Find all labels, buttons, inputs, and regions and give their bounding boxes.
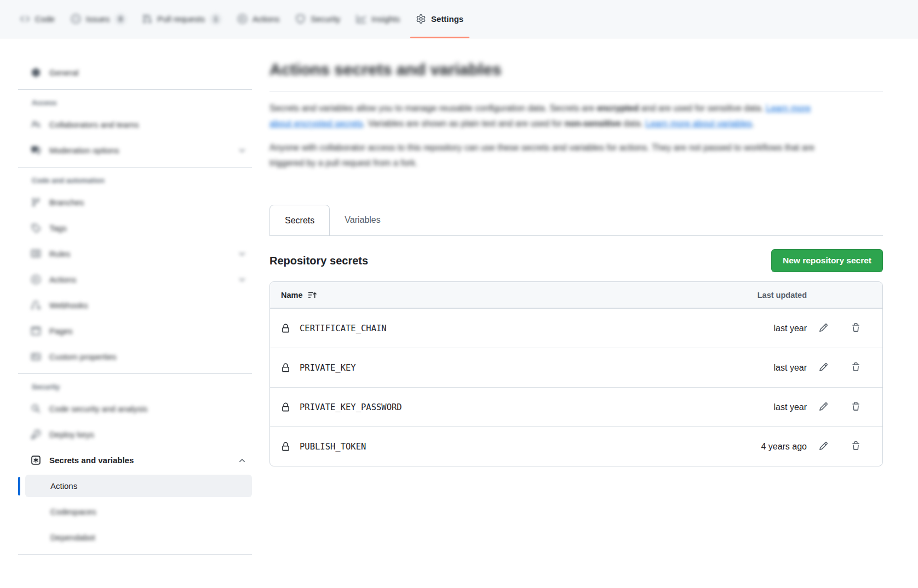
pencil-icon <box>819 323 828 334</box>
chevron-down-icon <box>238 250 246 258</box>
learn-more-variables-link[interactable]: Learn more about variables <box>645 119 752 128</box>
tab-variables[interactable]: Variables <box>330 205 395 235</box>
edit-secret-button[interactable] <box>814 398 833 417</box>
nav-tab-code[interactable]: Code <box>12 0 63 38</box>
sidebar-item-actions[interactable]: Actions <box>18 268 252 291</box>
secret-name-cell: PRIVATE_KEY_PASSWORD <box>281 402 725 412</box>
browser-icon <box>31 326 41 336</box>
play-circle-icon <box>238 14 247 24</box>
sidebar-divider <box>18 89 252 90</box>
nav-tab-issues[interactable]: Issues 8 <box>63 0 134 38</box>
sidebar-item-webhooks[interactable]: Webhooks <box>18 294 252 316</box>
sidebar-subitem-codespaces[interactable]: Codespaces <box>18 500 252 523</box>
sidebar-divider <box>18 167 252 168</box>
pencil-icon <box>819 402 828 413</box>
delete-secret-button[interactable] <box>846 398 865 417</box>
description-text: . <box>752 119 754 128</box>
secret-name: PRIVATE_KEY_PASSWORD <box>300 402 402 412</box>
section-header-row: Repository secrets New repository secret <box>269 249 883 272</box>
nav-tab-label: Issues <box>86 14 110 24</box>
sidebar-item-label: Custom properties <box>49 352 117 361</box>
sidebar-item-label: Moderation options <box>49 146 119 155</box>
lock-icon <box>281 442 290 452</box>
sidebar-divider <box>18 554 252 555</box>
sidebar-item-secrets-and-variables[interactable]: Secrets and variables <box>18 449 252 471</box>
description-text: Secrets and variables allow you to manag… <box>269 103 597 113</box>
key-icon <box>31 430 41 439</box>
nav-tab-label: Settings <box>431 14 463 24</box>
sidebar-item-label: Codespaces <box>50 507 96 516</box>
sidebar-item-rules[interactable]: Rules <box>18 243 252 265</box>
chevron-down-icon <box>238 275 246 284</box>
sidebar-divider <box>18 373 252 374</box>
edit-secret-button[interactable] <box>814 359 833 377</box>
issue-opened-icon <box>71 14 81 24</box>
gear-icon <box>416 14 426 24</box>
tab-secrets[interactable]: Secrets <box>269 205 330 235</box>
secret-last-updated: last year <box>725 363 807 373</box>
secrets-table: Name Last updated CERTIFICATE_CHAIN last… <box>269 281 883 466</box>
sidebar-item-branches[interactable]: Branches <box>18 191 252 214</box>
name-column-header[interactable]: Name <box>281 291 725 299</box>
secret-row: CERTIFICATE_CHAIN last year <box>270 308 882 348</box>
sidebar-item-label: Branches <box>49 198 84 207</box>
new-repository-secret-button[interactable]: New repository secret <box>771 249 883 272</box>
trash-icon <box>851 402 860 413</box>
sidebar-item-label: Code security and analysis <box>49 404 147 413</box>
nav-tab-label: Code <box>35 14 55 24</box>
edit-secret-button[interactable] <box>814 437 833 456</box>
nav-tab-insights[interactable]: Insights <box>348 0 408 38</box>
sidebar-subitem-actions[interactable]: Actions <box>25 475 252 497</box>
sidebar-item-tags[interactable]: Tags <box>18 217 252 239</box>
lock-icon <box>281 324 290 333</box>
repo-tab-bar: Code Issues 8 Pull requests 1 Actions Se… <box>0 0 918 38</box>
nav-tab-pull-requests[interactable]: Pull requests 1 <box>134 0 230 38</box>
nav-tab-security[interactable]: Security <box>288 0 348 38</box>
description-bold-non-sensitive: non-sensitive <box>565 119 621 128</box>
sidebar-item-deploy-keys[interactable]: Deploy keys <box>18 423 252 446</box>
sidebar-item-code-security[interactable]: Code security and analysis <box>18 397 252 420</box>
description-paragraph-2: Anyone with collaborator access to this … <box>269 140 823 170</box>
title-divider <box>269 91 883 91</box>
secret-name: PRIVATE_KEY <box>300 363 356 373</box>
delete-secret-button[interactable] <box>846 359 865 377</box>
chevron-up-icon <box>238 456 246 465</box>
settings-sidebar: General Access Collaborators and teams M… <box>0 38 269 561</box>
sidebar-item-moderation[interactable]: Moderation options <box>18 139 252 162</box>
secret-last-updated: 4 years ago <box>725 442 807 452</box>
secret-name: CERTIFICATE_CHAIN <box>300 324 387 333</box>
people-icon <box>31 120 41 129</box>
nav-tab-label: Security <box>311 14 340 24</box>
sidebar-item-pages[interactable]: Pages <box>18 320 252 342</box>
sidebar-item-general[interactable]: General <box>18 61 252 84</box>
description-bold-encrypted: encrypted <box>597 103 639 113</box>
nav-tab-label: Insights <box>371 14 400 24</box>
sidebar-item-label: General <box>49 68 78 77</box>
secret-name-cell: PUBLISH_TOKEN <box>281 442 725 452</box>
description-text: and are used for sensitive data. <box>639 103 766 113</box>
pencil-icon <box>819 362 828 373</box>
secret-name-cell: CERTIFICATE_CHAIN <box>281 324 725 333</box>
sidebar-item-label: Tags <box>49 223 67 233</box>
sidebar-item-custom-properties[interactable]: Custom properties <box>18 345 252 368</box>
nav-tab-actions[interactable]: Actions <box>230 0 288 38</box>
sidebar-item-label: Actions <box>50 481 77 491</box>
edit-secret-button[interactable] <box>814 319 833 338</box>
last-updated-column-header: Last updated <box>725 291 807 299</box>
sidebar-subitem-dependabot[interactable]: Dependabot <box>18 526 252 549</box>
sidebar-item-collaborators[interactable]: Collaborators and teams <box>18 113 252 136</box>
delete-secret-button[interactable] <box>846 437 865 456</box>
pull-requests-count-badge: 1 <box>210 14 221 25</box>
repository-secrets-title: Repository secrets <box>269 255 368 267</box>
sidebar-section-security: Security <box>18 383 252 391</box>
sidebar-item-label: Deploy keys <box>49 430 94 439</box>
delete-secret-button[interactable] <box>846 319 865 338</box>
play-circle-icon <box>31 275 41 284</box>
trash-icon <box>851 362 860 373</box>
nav-tab-settings[interactable]: Settings <box>408 0 472 38</box>
git-branch-icon <box>31 198 41 207</box>
id-badge-icon <box>31 352 41 361</box>
secret-row: PUBLISH_TOKEN 4 years ago <box>270 426 882 466</box>
tag-icon <box>31 223 41 233</box>
nav-tab-label: Actions <box>253 14 279 24</box>
